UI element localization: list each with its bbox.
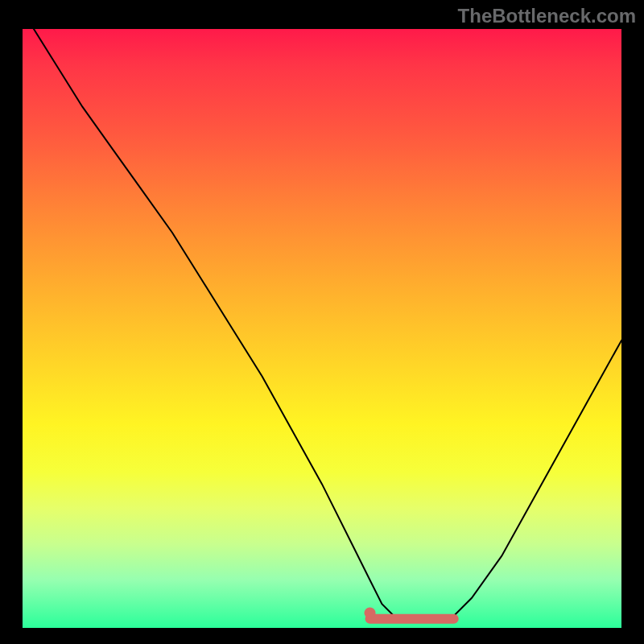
optimal-marker-dot [365,607,376,618]
bottleneck-curve [23,29,621,622]
chart-frame: TheBottleneck.com [0,0,644,644]
attribution-label: TheBottleneck.com [458,5,636,27]
chart-overlay [23,29,621,628]
plot-area [23,29,621,628]
